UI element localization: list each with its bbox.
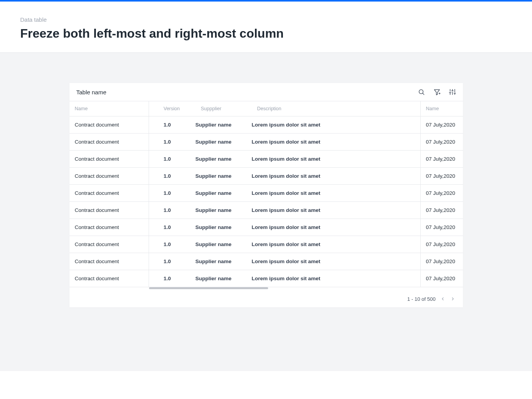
cell-description: Lorem ipsum dolor sit amet (252, 168, 420, 184)
table-header-row: Name Version Suppplier Description Name (69, 101, 463, 116)
table-wrap: Name Version Suppplier Description Name … (69, 101, 463, 290)
page-eyebrow: Data table (20, 16, 512, 23)
cell-version: 1.0 (149, 270, 196, 287)
cell-description: Lorem ipsum dolor sit amet (252, 134, 420, 150)
page-header: Data table Freeze both left-most and rig… (0, 2, 532, 53)
cell-name-left: Contract document (69, 202, 149, 219)
toolbar-actions (418, 88, 456, 95)
table-row[interactable]: Contract document1.0Supplier nameLorem i… (69, 219, 463, 236)
cell-description: Lorem ipsum dolor sit amet (252, 116, 420, 133)
svg-point-0 (419, 90, 423, 94)
search-icon[interactable] (418, 88, 425, 95)
col-header-name-left[interactable]: Name (69, 101, 149, 116)
table-card: Table name Name Version Suppplier Descri… (69, 83, 463, 307)
cell-name-left: Contract document (69, 168, 149, 184)
cell-description: Lorem ipsum dolor sit amet (252, 151, 420, 167)
cell-description: Lorem ipsum dolor sit amet (252, 270, 420, 287)
filter-add-icon[interactable] (433, 88, 440, 95)
cell-version: 1.0 (149, 219, 196, 236)
cell-name-right: 07 July,2020 (420, 270, 463, 287)
horizontal-scrollbar[interactable] (149, 287, 420, 290)
cell-name-right: 07 July,2020 (420, 219, 463, 236)
cell-name-left: Contract document (69, 116, 149, 133)
canvas: Table name Name Version Suppplier Descri… (0, 53, 532, 371)
table-row[interactable]: Contract document1.0Supplier nameLorem i… (69, 253, 463, 270)
cell-name-right: 07 July,2020 (420, 202, 463, 219)
cell-name-left: Contract document (69, 219, 149, 236)
cell-name-right: 07 July,2020 (420, 168, 463, 184)
pager-bar: 1 - 10 of 500 (69, 290, 463, 307)
cell-name-left: Contract document (69, 151, 149, 167)
cell-version: 1.0 (149, 185, 196, 201)
col-header-version[interactable]: Version (149, 101, 196, 116)
horizontal-scrollbar-thumb[interactable] (149, 287, 269, 289)
table-row[interactable]: Contract document1.0Supplier nameLorem i… (69, 236, 463, 253)
pager-next[interactable] (450, 296, 456, 302)
cell-name-right: 07 July,2020 (420, 116, 463, 133)
svg-marker-2 (434, 90, 440, 95)
cell-description: Lorem ipsum dolor sit amet (252, 202, 420, 219)
cell-name-right: 07 July,2020 (420, 151, 463, 167)
col-header-description[interactable]: Description (252, 101, 420, 116)
cell-name-right: 07 July,2020 (420, 134, 463, 150)
table-row[interactable]: Contract document1.0Supplier nameLorem i… (69, 270, 463, 287)
table-row[interactable]: Contract document1.0Supplier nameLorem i… (69, 134, 463, 151)
col-header-supplier[interactable]: Suppplier (196, 101, 252, 116)
table-body: Contract document1.0Supplier nameLorem i… (69, 116, 463, 287)
pager-range: 1 - 10 of 500 (407, 296, 436, 302)
cell-version: 1.0 (149, 134, 196, 150)
cell-supplier: Supplier name (196, 116, 252, 133)
cell-description: Lorem ipsum dolor sit amet (252, 185, 420, 201)
cell-supplier: Supplier name (196, 270, 252, 287)
cell-version: 1.0 (149, 168, 196, 184)
cell-name-right: 07 July,2020 (420, 253, 463, 270)
cell-name-left: Contract document (69, 253, 149, 270)
settings-sliders-icon[interactable] (449, 88, 456, 95)
cell-description: Lorem ipsum dolor sit amet (252, 253, 420, 270)
cell-version: 1.0 (149, 116, 196, 133)
cell-name-left: Contract document (69, 134, 149, 150)
cell-version: 1.0 (149, 236, 196, 253)
cell-supplier: Supplier name (196, 151, 252, 167)
pager-prev[interactable] (440, 296, 446, 302)
cell-name-right: 07 July,2020 (420, 236, 463, 253)
cell-name-left: Contract document (69, 185, 149, 201)
cell-description: Lorem ipsum dolor sit amet (252, 236, 420, 253)
cell-version: 1.0 (149, 151, 196, 167)
cell-version: 1.0 (149, 253, 196, 270)
cell-supplier: Supplier name (196, 219, 252, 236)
cell-supplier: Supplier name (196, 168, 252, 184)
cell-supplier: Supplier name (196, 134, 252, 150)
cell-description: Lorem ipsum dolor sit amet (252, 219, 420, 236)
page-title: Freeze both left-most and right-most col… (20, 26, 512, 41)
table-row[interactable]: Contract document1.0Supplier nameLorem i… (69, 116, 463, 134)
table-toolbar: Table name (69, 83, 463, 101)
table-title: Table name (76, 89, 107, 95)
cell-supplier: Supplier name (196, 185, 252, 201)
table-row[interactable]: Contract document1.0Supplier nameLorem i… (69, 185, 463, 202)
cell-supplier: Supplier name (196, 236, 252, 253)
table-row[interactable]: Contract document1.0Supplier nameLorem i… (69, 151, 463, 168)
col-header-name-right[interactable]: Name (420, 101, 463, 116)
cell-supplier: Supplier name (196, 253, 252, 270)
cell-name-right: 07 July,2020 (420, 185, 463, 201)
cell-version: 1.0 (149, 202, 196, 219)
cell-name-left: Contract document (69, 236, 149, 253)
svg-line-1 (423, 94, 424, 95)
cell-name-left: Contract document (69, 270, 149, 287)
cell-supplier: Supplier name (196, 202, 252, 219)
table-row[interactable]: Contract document1.0Supplier nameLorem i… (69, 168, 463, 185)
table-row[interactable]: Contract document1.0Supplier nameLorem i… (69, 202, 463, 219)
